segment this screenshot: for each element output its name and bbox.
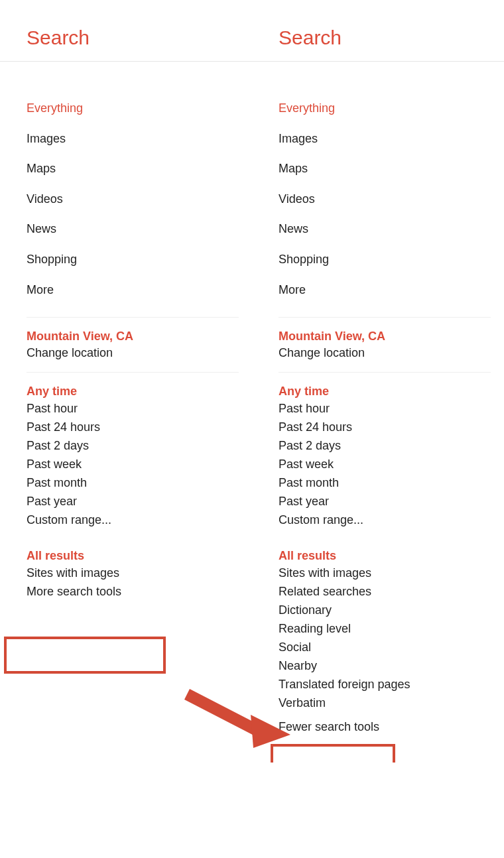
location-header: Mountain View, CA (27, 330, 239, 343)
time-filter-list: Past hour Past 24 hours Past 2 days Past… (279, 400, 491, 529)
results-filter-header: All results (279, 549, 491, 563)
time-past-month[interactable]: Past month (27, 474, 239, 493)
time-past-2-days[interactable]: Past 2 days (27, 437, 239, 456)
results-verbatim[interactable]: Verbatim (279, 694, 491, 713)
results-sites-with-images[interactable]: Sites with images (279, 564, 491, 583)
time-filter-list: Past hour Past 24 hours Past 2 days Past… (27, 400, 239, 529)
results-fewer-search-tools[interactable]: Fewer search tools (279, 718, 491, 737)
sidebar-item-news[interactable]: News (27, 214, 239, 245)
sidebar-item-maps[interactable]: Maps (27, 154, 239, 184)
results-dictionary[interactable]: Dictionary (279, 601, 491, 620)
section-divider (27, 317, 239, 318)
results-filter-list: Sites with images Related searches Dicti… (279, 564, 491, 736)
sidebar-item-images[interactable]: Images (27, 124, 239, 154)
sidebar-item-videos[interactable]: Videos (279, 184, 491, 215)
results-filter-section: All results Sites with images Related se… (279, 549, 491, 736)
title-divider (0, 61, 252, 62)
annotation-box-verbatim (271, 744, 395, 763)
sidebar-item-everything[interactable]: Everything (27, 93, 239, 124)
results-filter-list: Sites with images More search tools (27, 564, 239, 601)
sidebar-item-videos[interactable]: Videos (27, 184, 239, 215)
time-past-year[interactable]: Past year (27, 493, 239, 511)
time-filter-header: Any time (27, 385, 239, 398)
sidebar-item-images[interactable]: Images (279, 124, 491, 154)
sidebar-item-everything[interactable]: Everything (279, 93, 491, 124)
section-divider (27, 372, 239, 373)
section-divider (279, 317, 491, 318)
search-sidebar-left: Search Everything Images Maps Videos New… (0, 0, 252, 763)
time-past-year[interactable]: Past year (279, 493, 491, 511)
two-panel-layout: Search Everything Images Maps Videos New… (0, 0, 504, 763)
title-divider (252, 61, 504, 62)
time-custom-range[interactable]: Custom range... (279, 511, 491, 530)
search-sidebar-right: Search Everything Images Maps Videos New… (252, 0, 504, 763)
section-divider (279, 372, 491, 373)
results-filter-section: All results Sites with images More searc… (27, 549, 239, 601)
change-location-link[interactable]: Change location (279, 346, 491, 360)
category-list: Everything Images Maps Videos News Shopp… (279, 93, 491, 305)
results-social[interactable]: Social (279, 639, 491, 657)
time-past-week[interactable]: Past week (27, 456, 239, 474)
results-sites-with-images[interactable]: Sites with images (27, 564, 239, 583)
time-past-2-days[interactable]: Past 2 days (279, 437, 491, 456)
results-filter-header: All results (27, 549, 239, 563)
change-location-link[interactable]: Change location (27, 346, 239, 360)
results-more-search-tools[interactable]: More search tools (27, 583, 239, 601)
time-filter-header: Any time (279, 385, 491, 398)
results-nearby[interactable]: Nearby (279, 657, 491, 676)
results-related-searches[interactable]: Related searches (279, 583, 491, 601)
time-past-24-hours[interactable]: Past 24 hours (279, 418, 491, 437)
sidebar-item-news[interactable]: News (279, 214, 491, 245)
time-past-24-hours[interactable]: Past 24 hours (27, 418, 239, 437)
results-reading-level[interactable]: Reading level (279, 620, 491, 639)
time-past-week[interactable]: Past week (279, 456, 491, 474)
category-list: Everything Images Maps Videos News Shopp… (27, 93, 239, 305)
annotation-box-more-search-tools (4, 637, 166, 674)
page-title: Search (279, 27, 491, 49)
page-title: Search (27, 27, 239, 49)
results-translated-pages[interactable]: Translated foreign pages (279, 676, 491, 694)
time-past-hour[interactable]: Past hour (279, 400, 491, 418)
time-past-hour[interactable]: Past hour (27, 400, 239, 418)
time-past-month[interactable]: Past month (279, 474, 491, 493)
location-header: Mountain View, CA (279, 330, 491, 343)
sidebar-item-shopping[interactable]: Shopping (279, 245, 491, 275)
time-custom-range[interactable]: Custom range... (27, 511, 239, 530)
sidebar-item-maps[interactable]: Maps (279, 154, 491, 184)
sidebar-item-more[interactable]: More (27, 275, 239, 306)
sidebar-item-shopping[interactable]: Shopping (27, 245, 239, 275)
sidebar-item-more[interactable]: More (279, 275, 491, 306)
